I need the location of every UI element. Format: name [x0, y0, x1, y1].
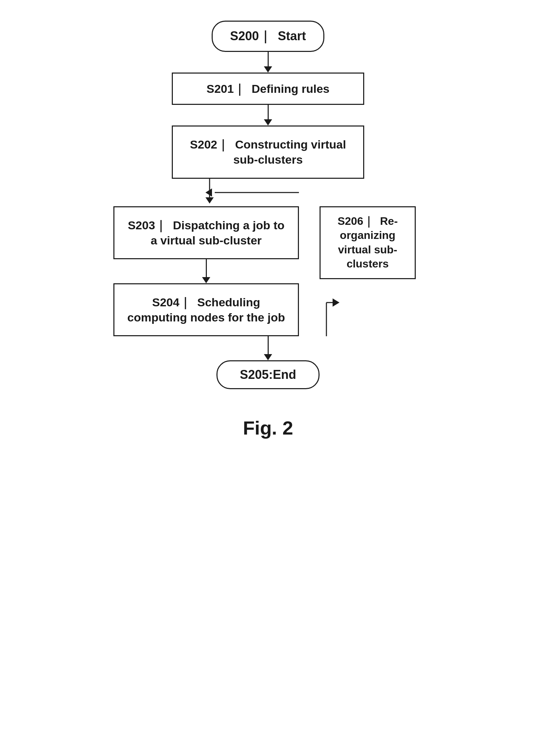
connector-svg-top	[113, 179, 423, 206]
fig-label: Fig. 2	[243, 417, 293, 439]
arrow-line	[206, 259, 207, 277]
arrow-s203-s204	[202, 259, 210, 283]
arrow-head	[202, 277, 210, 283]
svg-marker-7	[333, 298, 339, 307]
arrow-head	[264, 119, 272, 125]
node-s205: S205:End	[216, 360, 320, 389]
side-col-s206: S206｜ Re-organizing virtual sub-clusters	[320, 206, 416, 279]
node-s204: S204｜ Scheduling computing nodes for the…	[113, 283, 299, 336]
main-flow-col: S203｜ Dispatching a job to a virtual sub…	[113, 206, 299, 337]
arrow-line	[268, 336, 269, 354]
arrow-area-s202-s203	[113, 179, 423, 206]
node-s206: S206｜ Re-organizing virtual sub-clusters	[320, 206, 416, 279]
arrow-s200-s201	[264, 52, 272, 73]
diagram-container: S200｜ Start S201｜ Defining rules S202｜ C…	[0, 21, 536, 439]
node-s203: S203｜ Dispatching a job to a virtual sub…	[113, 206, 299, 259]
node-s201: S201｜ Defining rules	[172, 73, 364, 105]
svg-marker-1	[205, 197, 214, 204]
node-s200: S200｜ Start	[212, 21, 324, 52]
arrow-line	[268, 52, 269, 66]
svg-marker-3	[205, 188, 212, 197]
flowchart-wrapper: S200｜ Start S201｜ Defining rules S202｜ C…	[113, 21, 423, 389]
arrow-s204-s205	[264, 336, 272, 360]
arrow-head	[264, 66, 272, 73]
arrow-line	[268, 105, 269, 119]
arrow-s201-s202	[264, 105, 272, 125]
arrow-head	[264, 354, 272, 360]
s203-s206-row: S203｜ Dispatching a job to a virtual sub…	[113, 206, 423, 337]
node-s202: S202｜ Constructing virtual sub-clusters	[172, 125, 364, 178]
